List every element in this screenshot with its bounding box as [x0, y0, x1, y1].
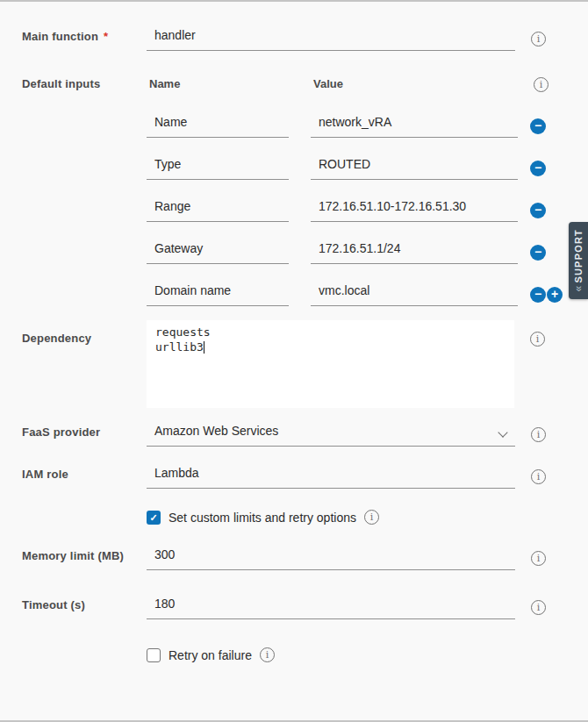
memory-limit-row: Memory limit (MB) 300 i: [22, 547, 588, 570]
info-icon[interactable]: i: [531, 600, 546, 615]
info-icon[interactable]: i: [530, 332, 545, 347]
dependency-row: Dependency requestsurllib3 i: [22, 320, 588, 408]
remove-row-button[interactable]: −: [530, 203, 546, 218]
name-column-header: Name: [147, 77, 311, 90]
input-value-field[interactable]: vmc.local: [311, 283, 518, 306]
retry-on-failure-checkbox[interactable]: [147, 648, 161, 662]
input-value-field[interactable]: network_vRA: [311, 115, 518, 138]
retry-on-failure-row: Retry on failure i: [147, 647, 588, 662]
function-config-form: Main function* handler i Default inputs …: [0, 28, 588, 662]
timeout-label: Timeout (s): [22, 598, 147, 619]
remove-row-button[interactable]: −: [530, 245, 546, 261]
info-icon[interactable]: i: [534, 77, 549, 92]
input-name-field[interactable]: Domain name: [147, 283, 289, 306]
info-icon[interactable]: i: [531, 32, 546, 46]
default-input-row: Type ROUTED −: [147, 157, 588, 180]
info-icon[interactable]: i: [531, 551, 546, 566]
memory-limit-label: Memory limit (MB): [22, 549, 147, 570]
collapse-chevron-icon: «: [572, 286, 584, 292]
input-name-field[interactable]: Gateway: [147, 241, 289, 264]
main-function-input[interactable]: handler: [147, 28, 515, 51]
info-icon[interactable]: i: [531, 427, 546, 442]
main-function-label-text: Main function: [22, 30, 98, 43]
default-input-row: Range 172.16.51.10-172.16.51.30 −: [147, 199, 588, 222]
support-tab-label: SUPPORT: [573, 229, 584, 283]
timeout-row: Timeout (s) 180 i: [22, 597, 588, 619]
default-inputs-header-row: Default inputs Name Value i: [22, 77, 588, 92]
support-tab[interactable]: « SUPPORT: [569, 222, 588, 299]
add-row-button[interactable]: +: [547, 287, 563, 303]
default-inputs-label: Default inputs: [22, 77, 147, 90]
text-cursor: [204, 341, 204, 354]
info-icon[interactable]: i: [364, 510, 379, 525]
default-input-row: Gateway 172.16.51.1/24 −: [147, 241, 588, 264]
memory-limit-input[interactable]: 300: [147, 547, 515, 570]
input-name-field[interactable]: Type: [147, 157, 289, 180]
remove-row-button[interactable]: −: [530, 118, 546, 134]
custom-limits-row: ✓ Set custom limits and retry options i: [147, 510, 588, 525]
input-name-field[interactable]: Range: [147, 199, 289, 222]
default-input-row: Name network_vRA −: [147, 115, 588, 138]
timeout-input[interactable]: 180: [147, 597, 515, 619]
custom-limits-checkbox[interactable]: ✓: [147, 511, 161, 525]
dependency-label: Dependency: [22, 320, 147, 353]
dependency-line: urllib3: [155, 340, 204, 354]
input-value-field[interactable]: ROUTED: [311, 157, 518, 180]
dependency-textarea[interactable]: requestsurllib3: [147, 320, 514, 408]
iam-role-row: IAM role Lambda i: [22, 466, 588, 489]
support-tab-text: « SUPPORT: [572, 229, 584, 292]
dependency-line: requests: [155, 325, 506, 340]
chevron-down-icon: [498, 427, 507, 437]
faas-provider-value: Amazon Web Services: [154, 424, 278, 438]
remove-row-button[interactable]: −: [530, 161, 546, 176]
info-icon[interactable]: i: [260, 647, 275, 662]
info-icon[interactable]: i: [531, 469, 546, 484]
default-input-row: Domain name vmc.local − +: [147, 283, 588, 306]
main-function-row: Main function* handler i: [22, 28, 588, 51]
input-value-field[interactable]: 172.16.51.1/24: [311, 241, 518, 264]
input-value-field[interactable]: 172.16.51.10-172.16.51.30: [311, 199, 518, 222]
iam-role-input[interactable]: Lambda: [147, 466, 515, 489]
value-column-header: Value: [311, 77, 518, 90]
custom-limits-label: Set custom limits and retry options: [169, 511, 356, 525]
input-name-field[interactable]: Name: [147, 115, 289, 138]
iam-role-label: IAM role: [22, 468, 147, 489]
retry-on-failure-label: Retry on failure: [169, 648, 252, 662]
required-asterisk: *: [104, 30, 108, 43]
faas-provider-label: FaaS provider: [22, 425, 147, 447]
faas-provider-select[interactable]: Amazon Web Services: [147, 424, 515, 447]
remove-row-button[interactable]: −: [530, 287, 546, 303]
faas-provider-row: FaaS provider Amazon Web Services i: [22, 424, 588, 447]
main-function-label: Main function*: [22, 30, 147, 51]
